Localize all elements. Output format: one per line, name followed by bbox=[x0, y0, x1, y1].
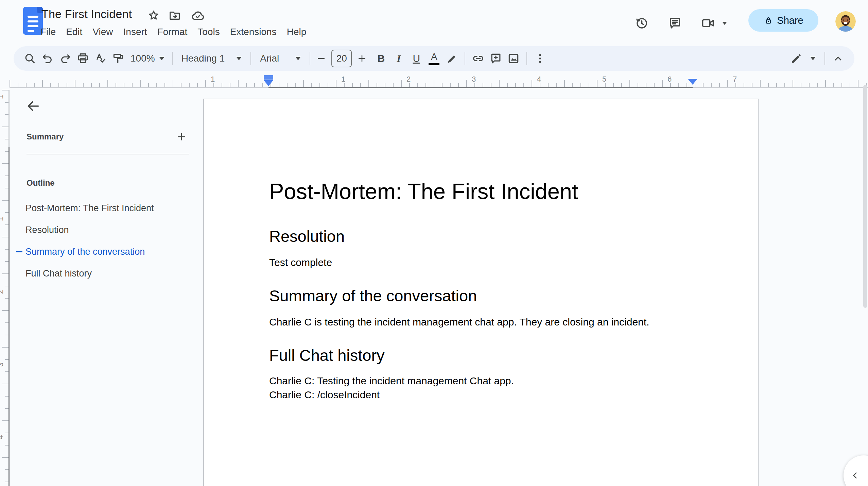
ruler-number: 2 bbox=[0, 290, 5, 294]
menu-item[interactable]: Edit bbox=[61, 24, 87, 40]
highlight-color-icon[interactable] bbox=[443, 50, 461, 67]
menu-item[interactable]: File bbox=[35, 24, 61, 40]
ruler-number: 6 bbox=[667, 75, 672, 84]
zoom-select[interactable]: 100% bbox=[127, 53, 168, 64]
font-family-select[interactable]: Arial bbox=[255, 53, 306, 64]
summary-label: Summary bbox=[27, 132, 64, 141]
document-page[interactable]: Post-Mortem: The First Incident Resoluti… bbox=[203, 99, 759, 486]
summary-section: Summary bbox=[27, 129, 189, 144]
ruler-number: 1 bbox=[341, 75, 345, 84]
search-menus-icon[interactable] bbox=[21, 50, 39, 67]
toolbar: 100% Heading 1 Arial 20 B I U A bbox=[14, 46, 854, 71]
logo-line bbox=[28, 30, 34, 32]
chevron-down-icon bbox=[295, 57, 301, 60]
doc-heading-summary[interactable]: Summary of the conversation bbox=[269, 286, 693, 305]
right-indent-marker[interactable] bbox=[688, 79, 697, 85]
ruler-number: 3 bbox=[472, 75, 476, 84]
menu-item[interactable]: View bbox=[87, 24, 118, 40]
lock-icon bbox=[763, 15, 774, 26]
menu-item[interactable]: Tools bbox=[192, 24, 225, 40]
font-family-value: Arial bbox=[260, 53, 279, 64]
menu-item[interactable]: Format bbox=[152, 24, 193, 40]
hide-menus-icon[interactable] bbox=[829, 50, 847, 67]
add-summary-icon[interactable] bbox=[174, 129, 189, 144]
logo-line bbox=[28, 20, 38, 22]
doc-paragraph[interactable]: Charlie C: Testing the incident manageme… bbox=[269, 374, 693, 388]
ruler-number: 3 bbox=[0, 363, 5, 367]
close-outline-icon[interactable] bbox=[24, 97, 43, 116]
share-button[interactable]: Share bbox=[748, 9, 818, 32]
add-comment-icon[interactable] bbox=[487, 50, 505, 67]
chevron-down-icon bbox=[810, 57, 816, 60]
outline-label: Outline bbox=[27, 178, 55, 188]
editing-mode-icon bbox=[790, 52, 803, 65]
underline-button[interactable]: U bbox=[407, 50, 425, 67]
comments-icon[interactable] bbox=[665, 14, 684, 33]
document-title[interactable]: The First Incident bbox=[41, 7, 132, 21]
logo-line bbox=[28, 16, 38, 18]
first-line-indent-marker[interactable] bbox=[264, 75, 273, 80]
show-side-panel-button[interactable] bbox=[844, 455, 868, 486]
menu-item[interactable]: Help bbox=[282, 24, 312, 40]
doc-paragraph[interactable]: Test complete bbox=[269, 255, 693, 269]
ruler-number: 1 bbox=[0, 217, 5, 221]
sidebar-divider bbox=[27, 154, 189, 154]
toolbar-divider bbox=[465, 52, 465, 65]
vertical-ruler: 11234 bbox=[0, 90, 10, 486]
outline-item[interactable]: Post-Mortem: The First Incident bbox=[25, 197, 192, 219]
insert-image-icon[interactable] bbox=[505, 50, 522, 67]
toolbar-divider bbox=[172, 52, 173, 65]
decrease-font-size-icon[interactable] bbox=[314, 50, 328, 67]
paragraph-style-select[interactable]: Heading 1 bbox=[177, 53, 247, 64]
ruler-number: 1 bbox=[211, 75, 215, 84]
move-folder-icon[interactable] bbox=[168, 9, 181, 22]
menu-item[interactable]: Insert bbox=[118, 24, 152, 40]
insert-link-icon[interactable] bbox=[469, 50, 487, 67]
more-toolbar-icon[interactable] bbox=[531, 50, 549, 67]
paint-format-icon[interactable] bbox=[109, 50, 127, 67]
doc-paragraph[interactable]: Charlie C: /closeIncident bbox=[269, 388, 693, 402]
account-avatar[interactable] bbox=[835, 11, 856, 32]
ruler-number: 1 bbox=[0, 95, 5, 99]
cloud-saved-icon[interactable] bbox=[191, 9, 205, 22]
editing-mode-select[interactable] bbox=[785, 52, 820, 65]
ruler-number: 5 bbox=[602, 75, 606, 84]
doc-heading-chat[interactable]: Full Chat history bbox=[269, 346, 693, 365]
meet-video-icon[interactable] bbox=[699, 14, 718, 33]
meet-dropdown-caret-icon[interactable] bbox=[718, 14, 731, 33]
increase-font-size-icon[interactable] bbox=[355, 50, 369, 67]
italic-button[interactable]: I bbox=[390, 50, 407, 67]
active-section-dash bbox=[16, 251, 22, 252]
ruler-number: 7 bbox=[733, 75, 737, 84]
doc-paragraph[interactable]: Charlie C is testing the incident manage… bbox=[269, 315, 693, 329]
version-history-icon[interactable] bbox=[632, 14, 651, 33]
ruler-number: 2 bbox=[406, 75, 411, 84]
horizontal-ruler: 11234567 bbox=[10, 74, 868, 88]
outline-item[interactable]: Full Chat history bbox=[25, 263, 192, 284]
zoom-value: 100% bbox=[131, 53, 155, 64]
star-icon[interactable] bbox=[147, 9, 160, 22]
chevron-down-icon bbox=[159, 57, 164, 60]
doc-heading-resolution[interactable]: Resolution bbox=[269, 227, 693, 246]
chevron-down-icon bbox=[236, 57, 242, 60]
document-outline: Post-Mortem: The First Incident Resoluti… bbox=[25, 197, 192, 284]
text-color-button[interactable]: A bbox=[425, 50, 443, 67]
paragraph-style-value: Heading 1 bbox=[181, 53, 225, 64]
ruler-number: 4 bbox=[0, 435, 5, 439]
undo-icon[interactable] bbox=[39, 50, 56, 67]
menu-item[interactable]: Extensions bbox=[225, 24, 282, 40]
spellcheck-icon[interactable] bbox=[92, 50, 109, 67]
toolbar-divider bbox=[250, 52, 251, 65]
toolbar-divider bbox=[824, 52, 825, 65]
bold-button[interactable]: B bbox=[372, 50, 390, 67]
vertical-scrollbar-thumb[interactable] bbox=[863, 85, 867, 308]
print-icon[interactable] bbox=[74, 50, 92, 67]
toolbar-divider bbox=[310, 52, 310, 65]
outline-item[interactable]: Resolution bbox=[25, 219, 192, 241]
redo-icon[interactable] bbox=[56, 50, 74, 67]
left-indent-marker[interactable] bbox=[264, 80, 273, 86]
doc-title-heading[interactable]: Post-Mortem: The First Incident bbox=[269, 179, 693, 204]
font-size-value: 20 bbox=[336, 53, 347, 64]
font-size-input[interactable]: 20 bbox=[331, 50, 352, 67]
outline-item[interactable]: Summary of the conversation bbox=[25, 241, 192, 263]
